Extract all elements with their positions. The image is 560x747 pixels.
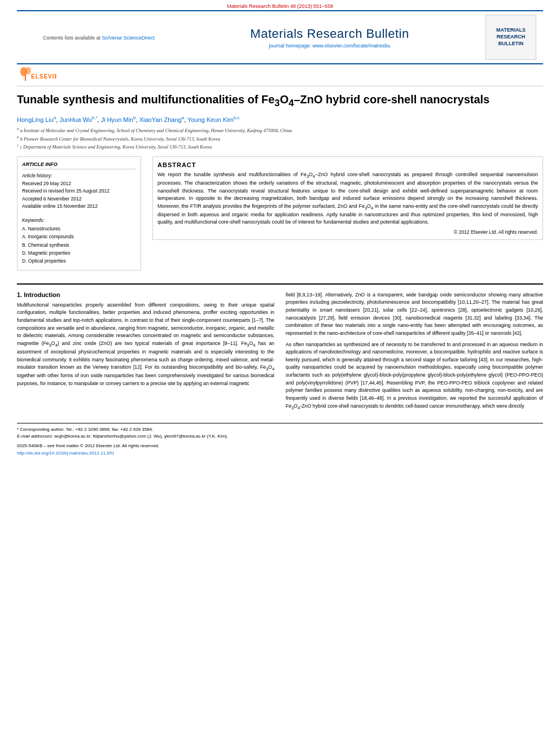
affiliation-c: c c Department of Materials Science and … [17,142,543,151]
abstract-title: ABSTRACT [158,161,538,168]
doi-link[interactable]: http://dx.doi.org/10.1016/j.matresbu.201… [17,451,115,456]
journal-title: Materials Research Bulletin [180,27,480,41]
article-info-title: ARTICLE INFO [22,161,136,169]
keywords-list: A. Nanostructures A. Inorganic compounds… [22,225,136,265]
journal-logo: MATERIALS RESEARCH BULLETIN [485,15,536,60]
footnote-area: * Corresponding author. Tel.: +82 2 3290… [17,423,543,457]
abstract-column: ABSTRACT We report the tunable synthesis… [152,156,543,275]
article-history: Article history: Received 29 May 2012 Re… [22,172,136,211]
affiliation-b: b b Pioneer Research Center for Biomedic… [17,134,543,143]
affiliation-a: a a Institute of Molecular and Crystal E… [17,126,543,134]
keywords-section: Keywords: A. Nanostructures A. Inorganic… [22,217,136,265]
keyword-5: D. Optical properties [22,257,136,265]
svg-text:ELSEVIER: ELSEVIER [31,73,56,80]
sciverse-info: Contents lists available at SciVerse Sci… [24,34,174,41]
body-left-column: 1. Introduction Multifunctional nanopart… [17,291,274,414]
abstract-box: ABSTRACT We report the tunable synthesis… [152,156,543,240]
keyword-2: A. Inorganic compounds [22,233,136,241]
journal-title-area: Materials Research Bulletin journal home… [174,27,485,49]
footnote-corresponding: * Corresponding author. Tel.: +82 2 3290… [17,426,543,441]
keyword-3: B. Chemical synthesis [22,241,136,249]
footnote-left: * Corresponding author. Tel.: +82 2 3290… [17,426,543,457]
journal-banner: Contents lists available at SciVerse Sci… [17,10,543,64]
footnote-issn: 0025-5408/$ – see front matter © 2012 El… [17,443,543,457]
elsevier-svg-logo: ELSEVIER [17,67,56,83]
keyword-4: D. Magnetic properties [22,249,136,257]
article-info-box: ARTICLE INFO Article history: Received 2… [17,156,141,270]
article-title: Tunable synthesis and multifunctionaliti… [17,92,543,110]
intro-paragraph-2: field [8,9,13–19]. Alternatively, ZnO is… [286,291,543,411]
body-content: 1. Introduction Multifunctional nanopart… [17,283,543,414]
svg-rect-2 [25,75,26,81]
body-right-column: field [8,9,13–19]. Alternatively, ZnO is… [286,291,543,414]
elsevier-logo: ELSEVIER [17,67,56,84]
abstract-text: We report the tunable synthesis and mult… [158,171,538,226]
main-content: Tunable synthesis and multifunctionaliti… [17,86,543,463]
keyword-1: A. Nanostructures [22,225,136,233]
introduction-heading: 1. Introduction [17,291,274,298]
article-info-column: ARTICLE INFO Article history: Received 2… [17,156,141,275]
journal-homepage-link[interactable]: journal homepage: www.elsevier.com/locat… [180,43,480,49]
authors-line: HongLing Liua, JunHua Wub,*, Ji Hyun Min… [17,115,543,123]
contents-text: Contents lists available at SciVerse Sci… [24,34,174,41]
intro-paragraph-1: Multifunctional nanoparticles properly a… [17,302,274,388]
elsevier-logo-area: ELSEVIER [17,64,543,86]
journal-citation: Materials Research Bulletin 48 (2013) 55… [0,0,560,10]
copyright-line: © 2012 Elsevier Ltd. All rights reserved… [158,229,538,235]
article-info-abstract: ARTICLE INFO Article history: Received 2… [17,156,543,275]
affiliations: a a Institute of Molecular and Crystal E… [17,126,543,151]
